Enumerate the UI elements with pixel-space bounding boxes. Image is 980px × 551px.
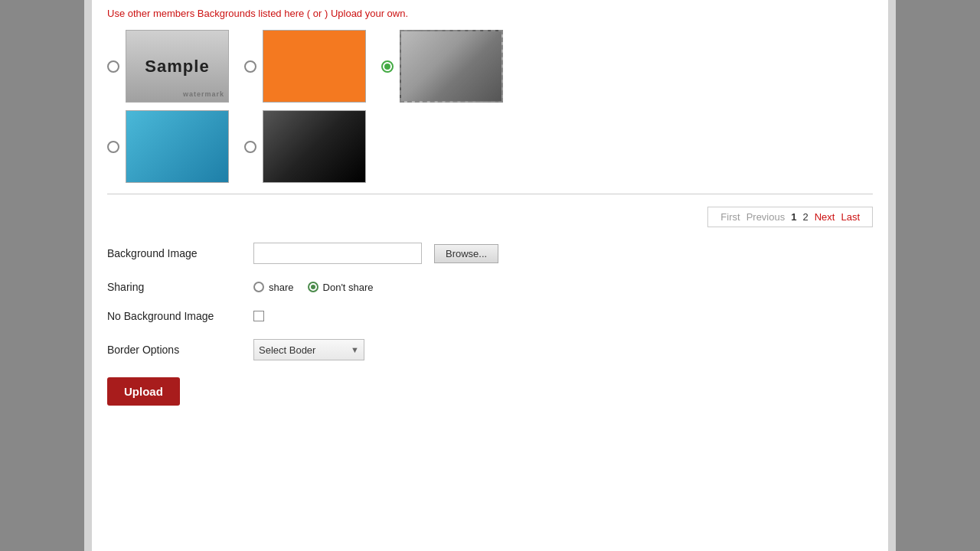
background-image-input[interactable] <box>253 243 422 264</box>
radio-black[interactable] <box>244 141 256 153</box>
image-option-gray[interactable] <box>381 30 503 103</box>
form-section: Background Image Browse... Sharing share… <box>107 243 873 360</box>
page-previous[interactable]: Previous <box>746 211 786 223</box>
dont-share-label: Don't share <box>323 282 374 293</box>
image-option-sample[interactable]: Sample <box>107 30 229 103</box>
images-grid: Sample <box>107 30 873 183</box>
images-row-2 <box>107 110 873 183</box>
page-first[interactable]: First <box>720 211 740 223</box>
radio-share[interactable] <box>253 282 264 292</box>
images-row-1: Sample <box>107 30 873 103</box>
form-row-no-bg: No Background Image <box>107 310 873 322</box>
divider <box>107 194 873 194</box>
radio-sample[interactable] <box>107 60 119 73</box>
page-2[interactable]: 2 <box>802 211 808 223</box>
instruction-text: Use other members Backgrounds listed her… <box>107 8 873 19</box>
image-option-orange[interactable] <box>244 30 366 103</box>
form-row-border: Border Options Select Boder ▼ <box>107 339 873 360</box>
form-row-sharing: Sharing share Don't share <box>107 281 873 293</box>
page-last[interactable]: Last <box>841 211 860 223</box>
pagination-bar: First Previous 1 2 Next Last <box>107 202 873 232</box>
no-background-label: No Background Image <box>107 310 241 322</box>
browse-button[interactable]: Browse... <box>434 244 498 263</box>
dont-share-option[interactable]: Don't share <box>308 282 374 293</box>
thumbnail-sample[interactable]: Sample <box>126 30 229 103</box>
page-next[interactable]: Next <box>815 211 835 223</box>
form-row-background-image: Background Image Browse... <box>107 243 873 264</box>
thumbnail-gray[interactable] <box>400 30 503 103</box>
thumbnail-blue[interactable] <box>126 110 229 183</box>
radio-gray[interactable] <box>381 60 394 73</box>
chevron-down-icon: ▼ <box>351 345 359 354</box>
thumbnail-orange[interactable] <box>263 30 366 103</box>
radio-dont-share[interactable] <box>308 282 318 292</box>
upload-section: Upload <box>107 377 873 406</box>
no-background-checkbox[interactable] <box>253 311 264 321</box>
share-label: share <box>269 282 294 293</box>
background-image-label: Background Image <box>107 247 241 259</box>
share-option[interactable]: share <box>253 282 294 293</box>
radio-orange[interactable] <box>244 60 256 73</box>
pagination-box: First Previous 1 2 Next Last <box>707 207 873 227</box>
radio-blue[interactable] <box>107 141 119 153</box>
upload-button[interactable]: Upload <box>107 377 180 406</box>
sharing-label: Sharing <box>107 281 241 293</box>
thumbnail-black[interactable] <box>263 110 366 183</box>
image-option-black[interactable] <box>244 110 366 183</box>
border-options-label: Border Options <box>107 344 241 356</box>
border-options-value: Select Boder <box>259 344 315 356</box>
page-1[interactable]: 1 <box>791 211 796 223</box>
image-option-blue[interactable] <box>107 110 229 183</box>
border-options-select[interactable]: Select Boder ▼ <box>253 339 364 360</box>
sharing-options: share Don't share <box>253 282 374 293</box>
